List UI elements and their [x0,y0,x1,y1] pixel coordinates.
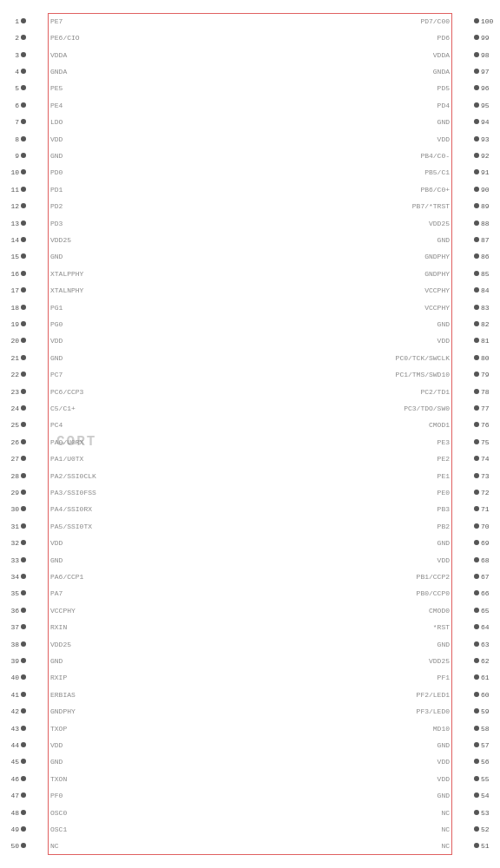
pin-number-right: 61 [481,674,498,681]
pin-number-right: 75 [481,438,498,446]
pin-number-right: 74 [481,455,498,463]
pin-dot-right [474,271,479,276]
pin-dot-left [21,405,26,411]
pin-label-right: PC2/TD1 [420,388,450,396]
pin-dot-right [474,674,479,680]
pin-number-right: 65 [481,607,498,615]
pin-label-left: GNDPHY [50,707,76,715]
pin-label-right: VDD25 [429,657,450,665]
pin-number-right: 80 [481,354,498,362]
pin-number-right: 51 [481,842,498,850]
pin-number-right: 89 [481,202,498,210]
pin-number-left: 32 [2,539,19,547]
pin-number-right: 84 [481,286,498,294]
pin-dot-right [474,708,479,713]
pin-number-right: 77 [481,404,498,412]
pin-number-left: 47 [2,792,19,799]
pin-label-right: GNDPHY [424,270,450,278]
pin-number-right: 73 [481,472,498,480]
pin-label-right: PB1/CCP2 [417,573,450,581]
pin-label-left: PD3 [50,220,62,227]
pin-label-left: PC6/CCP3 [50,388,83,396]
pin-dot-left [21,506,26,511]
pin-number-left: 5 [2,84,19,92]
pin-number-right: 97 [481,68,498,76]
pin-label-left: VDD25 [50,641,71,648]
pin-number-right: 96 [481,84,498,92]
pin-number-left: 29 [2,489,19,496]
pin-dot-left [21,102,26,108]
pin-number-left: 41 [2,691,19,699]
pin-dot-right [474,187,479,192]
pin-number-left: 20 [2,337,19,345]
pin-label-left: PA3/SSI0FSS [50,489,96,496]
pin-dot-left [21,287,26,293]
pin-dot-left [21,473,26,478]
pin-label-left: GNDA [50,68,67,76]
chip-body [48,13,452,855]
pin-number-right: 52 [481,825,498,833]
pin-dot-left [21,456,26,461]
pin-number-right: 83 [481,304,498,312]
pin-dot-left [21,69,26,74]
pin-dot-right [474,321,479,326]
pin-number-right: 85 [481,270,498,278]
pin-dot-left [21,153,26,158]
pin-dot-left [21,187,26,192]
pin-label-right: NC [441,842,450,850]
pin-dot-right [474,557,479,562]
pin-label-right: PB3 [438,505,450,513]
pin-label-right: PB0/CCP0 [417,589,450,597]
pin-dot-right [474,810,479,815]
pin-dot-right [474,203,479,208]
pin-number-right: 54 [481,792,498,799]
pin-dot-right [474,759,479,764]
pin-number-right: 78 [481,388,498,396]
pin-dot-right [474,439,479,444]
pin-number-left: 9 [2,152,19,160]
pin-label-left: GND [50,556,62,564]
pin-dot-left [21,338,26,343]
pin-dot-left [21,389,26,394]
pin-label-right: PF1 [438,674,450,681]
pin-number-left: 48 [2,809,19,817]
pin-dot-left [21,439,26,444]
pin-dot-right [474,641,479,647]
pin-number-right: 98 [481,51,498,59]
pin-number-left: 25 [2,421,19,429]
pin-label-left: PA2/SSI0CLK [50,472,96,480]
pin-dot-right [474,355,479,360]
pin-label-right: PF2/LED1 [417,691,450,699]
pin-number-right: 94 [481,118,498,126]
pin-number-right: 56 [481,758,498,766]
pin-label-left: PG1 [50,304,62,312]
pin-number-right: 67 [481,573,498,581]
pin-label-right: PE0 [438,489,450,496]
pin-label-right: GND [438,118,450,126]
pin-dot-left [21,18,26,23]
pin-number-right: 87 [481,236,498,244]
pin-number-right: 95 [481,102,498,109]
pin-label-left: NC [50,842,59,850]
pin-dot-right [474,590,479,595]
pin-label-left: PA4/SSI0RX [50,505,92,513]
pin-dot-right [474,169,479,174]
pin-label-right: PC0/TCK/SWCLK [396,354,450,362]
pin-dot-right [474,18,479,23]
pin-number-left: 37 [2,623,19,631]
pin-label-right: MD10 [433,725,450,733]
pin-number-right: 68 [481,556,498,564]
pin-number-left: 1 [2,17,19,25]
pin-label-left: VDD [50,337,62,345]
pin-dot-left [21,826,26,832]
pin-number-right: 72 [481,489,498,496]
pin-dot-right [474,372,479,377]
pin-label-right: PB7/*TRST [412,202,450,210]
pin-label-right: PE3 [438,438,450,446]
pin-label-right: GNDPHY [424,253,450,260]
pin-number-right: 70 [481,523,498,530]
pin-dot-right [474,422,479,427]
pin-dot-left [21,692,26,697]
pin-label-left: PD2 [50,202,62,210]
pin-label-right: VDD25 [429,220,450,227]
